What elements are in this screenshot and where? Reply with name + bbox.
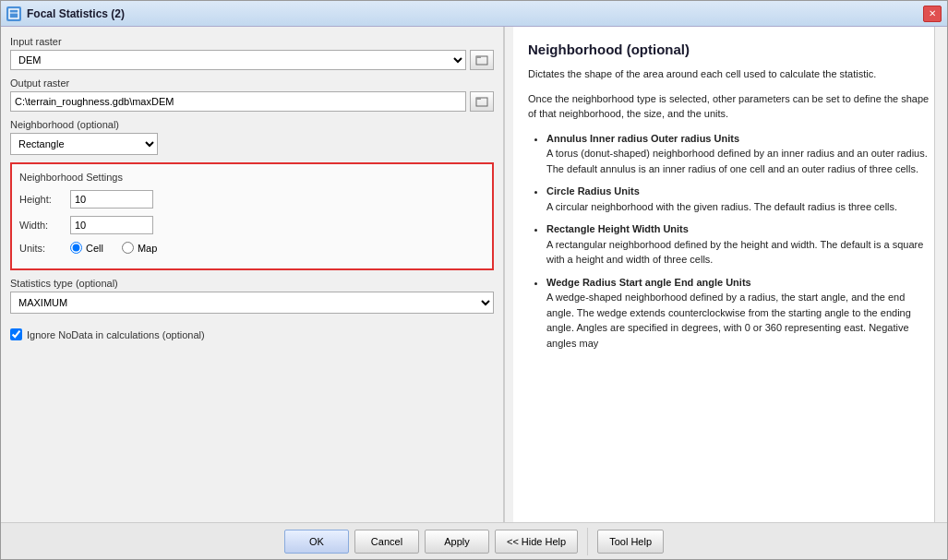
help-item-0: Annulus Inner radius Outer radius Units … <box>546 131 932 177</box>
help-item-1: Circle Radius Units A circular neighborh… <box>546 184 932 214</box>
cell-radio-item[interactable]: Cell <box>70 242 103 254</box>
input-raster-label: Input raster <box>10 36 494 47</box>
help-item-3: Wedge Radius Start angle End angle Units… <box>546 275 932 351</box>
map-radio-item[interactable]: Map <box>122 242 157 254</box>
input-raster-select[interactable]: DEM <box>10 50 466 70</box>
stats-type-group: Statistics type (optional) MAXIMUM MEAN … <box>10 278 494 314</box>
help-item-1-body: A circular neighborhood with the given r… <box>546 201 897 212</box>
help-item-0-heading: Annulus Inner radius Outer radius Units <box>546 133 739 144</box>
help-item-2-body: A rectangular neighborhood defined by th… <box>546 239 923 266</box>
help-list: Annulus Inner radius Outer radius Units … <box>528 131 932 351</box>
height-input[interactable] <box>70 190 153 209</box>
tool-help-button[interactable]: Tool Help <box>597 530 664 554</box>
main-window: Focal Statistics (2) ✕ Input raster DEM <box>0 0 948 560</box>
left-panel: Input raster DEM Output raster <box>1 27 504 522</box>
input-raster-row: DEM <box>10 50 494 70</box>
width-row: Width: <box>19 216 485 234</box>
right-scrollbar[interactable] <box>934 27 947 522</box>
input-raster-browse[interactable] <box>470 50 494 70</box>
neighborhood-label: Neighborhood (optional) <box>10 119 494 130</box>
output-raster-input[interactable] <box>10 91 466 112</box>
help-item-3-heading: Wedge Radius Start angle End angle Units <box>546 277 751 288</box>
units-label: Units: <box>19 243 70 254</box>
titlebar: Focal Statistics (2) ✕ <box>1 1 947 27</box>
width-label: Width: <box>19 220 70 231</box>
bottom-bar: OK Cancel Apply << Hide Help Tool Help <box>1 522 947 559</box>
cell-label: Cell <box>86 243 103 254</box>
help-item-1-heading: Circle Radius Units <box>546 185 640 197</box>
cancel-button[interactable]: Cancel <box>354 530 419 554</box>
output-raster-browse[interactable] <box>470 91 494 112</box>
close-button[interactable]: ✕ <box>923 6 942 22</box>
hide-help-button[interactable]: << Hide Help <box>495 530 578 554</box>
ignore-nodata-label: Ignore NoData in calculations (optional) <box>27 329 205 340</box>
units-radio-group: Cell Map <box>70 242 157 254</box>
stats-type-label: Statistics type (optional) <box>10 278 494 289</box>
map-radio[interactable] <box>122 242 134 254</box>
neighborhood-settings-title: Neighborhood Settings <box>19 172 485 183</box>
height-row: Height: <box>19 190 485 209</box>
neighborhood-select[interactable]: Rectangle Circle Annulus Wedge Irregular… <box>10 133 158 155</box>
units-row: Units: Cell Map <box>19 242 485 254</box>
map-label: Map <box>138 243 157 254</box>
ignore-nodata-row: Ignore NoData in calculations (optional) <box>10 328 494 340</box>
left-scrollbar[interactable] <box>504 27 513 522</box>
app-icon <box>6 6 21 21</box>
ignore-nodata-checkbox[interactable] <box>10 328 22 340</box>
window-title: Focal Statistics (2) <box>27 7 923 20</box>
help-intro2: Once the neighborhood type is selected, … <box>528 91 932 122</box>
help-title: Neighborhood (optional) <box>528 42 932 57</box>
ok-button[interactable]: OK <box>284 530 349 554</box>
svg-rect-5 <box>476 98 481 100</box>
svg-rect-3 <box>476 56 481 58</box>
width-input[interactable] <box>70 216 153 234</box>
help-item-3-body: A wedge-shaped neighborhood defined by a… <box>546 292 911 349</box>
neighborhood-settings-box: Neighborhood Settings Height: Width: Uni… <box>10 162 494 270</box>
apply-button[interactable]: Apply <box>425 530 489 554</box>
input-raster-group: Input raster DEM <box>10 36 494 70</box>
output-raster-row <box>10 91 494 112</box>
svg-rect-0 <box>9 9 18 18</box>
output-raster-label: Output raster <box>10 77 494 89</box>
help-item-2-heading: Rectangle Height Width Units <box>546 223 689 234</box>
help-item-2: Rectangle Height Width Units A rectangul… <box>546 221 932 268</box>
neighborhood-group: Neighborhood (optional) Rectangle Circle… <box>10 119 494 155</box>
help-intro1: Dictates the shape of the area around ea… <box>528 66 932 82</box>
button-divider <box>587 528 588 555</box>
content-area: Input raster DEM Output raster <box>1 27 947 522</box>
cell-radio[interactable] <box>70 242 82 254</box>
output-raster-group: Output raster <box>10 77 494 112</box>
right-panel: Neighborhood (optional) Dictates the sha… <box>513 27 947 522</box>
help-item-0-body: A torus (donut-shaped) neighborhood defi… <box>546 148 928 174</box>
height-label: Height: <box>19 194 70 205</box>
stats-type-select[interactable]: MAXIMUM MEAN MEDIAN MINIMUM RANGE STD SU… <box>10 292 494 314</box>
